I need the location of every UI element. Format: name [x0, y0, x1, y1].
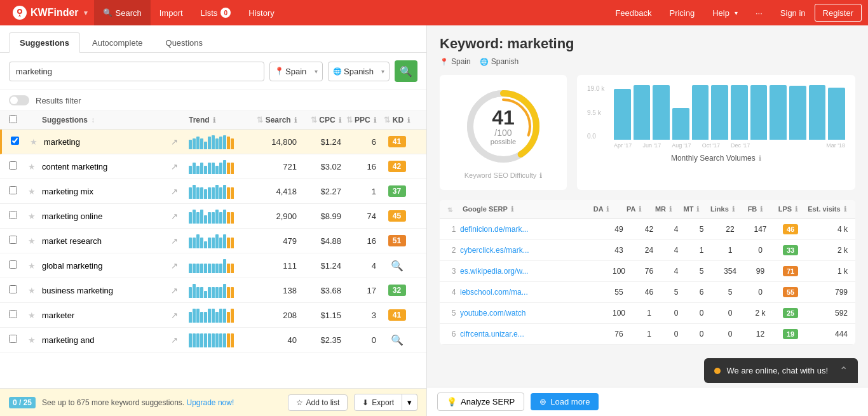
- serp-fb-info-icon[interactable]: ℹ: [760, 205, 763, 213]
- row-arrow-icon[interactable]: ↗: [171, 236, 186, 246]
- nav-feedback[interactable]: Feedback: [606, 0, 660, 25]
- tab-questions[interactable]: Questions: [155, 32, 214, 53]
- row-checkbox[interactable]: [9, 161, 17, 170]
- serp-links-info-icon[interactable]: ℹ: [732, 205, 735, 213]
- serp-visits: 2 k: [806, 246, 848, 255]
- row-checkbox[interactable]: [9, 285, 17, 293]
- filter-toggle[interactable]: [9, 95, 29, 105]
- row-checkbox[interactable]: [11, 137, 19, 145]
- serp-url-link[interactable]: definicion.de/mark...: [460, 225, 528, 234]
- row-arrow-icon[interactable]: ↗: [171, 311, 186, 320]
- serp-mt-info-icon[interactable]: ℹ: [696, 205, 699, 213]
- table-row[interactable]: ★ marketing and ↗ 40 $2.35 0 🔍: [0, 328, 426, 352]
- row-checkbox[interactable]: [9, 186, 17, 194]
- row-checkbox[interactable]: [9, 335, 17, 343]
- row-star-icon[interactable]: ★: [28, 162, 42, 171]
- serp-row[interactable]: 5 youtube.com/watch 100 1 0 0 0 2 k 25 5…: [440, 303, 855, 324]
- table-row[interactable]: ★ content marketing ↗ 721 $3.02 16 42: [0, 154, 426, 179]
- row-checkbox[interactable]: [9, 260, 17, 269]
- tab-autocomplete[interactable]: Autocomplete: [81, 32, 154, 53]
- kd-info-icon[interactable]: ℹ: [407, 116, 410, 124]
- row-star-icon[interactable]: ★: [28, 261, 42, 271]
- search-go-button[interactable]: 🔍: [395, 60, 417, 82]
- row-star-icon[interactable]: ★: [28, 187, 42, 196]
- serp-row[interactable]: 6 cifrcenta.unizar.e... 76 1 0 0 0 12 19…: [440, 324, 855, 345]
- nav-register[interactable]: Register: [815, 4, 862, 22]
- left-panel: Suggestions Autocomplete Questions 📍 Spa…: [0, 25, 427, 416]
- logo-dropdown[interactable]: ▾: [84, 9, 88, 17]
- serp-mr-info-icon[interactable]: ℹ: [669, 205, 672, 213]
- row-star-icon[interactable]: ★: [28, 335, 42, 345]
- keyword-table: Suggestions ↕ Trend ℹ ⇅ Search ℹ ⇅ CPC ℹ: [0, 111, 426, 388]
- table-row[interactable]: ★ business marketing ↗ 138 $3.68 17 32: [0, 278, 426, 303]
- location-select[interactable]: Spain: [269, 62, 323, 81]
- serp-da-info-icon[interactable]: ℹ: [606, 205, 609, 213]
- table-row[interactable]: ★ marketing online ↗ 2,900 $8.99 74 45: [0, 204, 426, 229]
- row-checkbox[interactable]: [9, 211, 17, 219]
- nav-more[interactable]: ···: [747, 0, 771, 25]
- serp-row[interactable]: 4 iebschool.com/ma... 55 46 5 6 5 0 55 7…: [440, 282, 855, 303]
- table-row[interactable]: ★ global marketing ↗ 111 $1.24 4 🔍: [0, 253, 426, 278]
- nav-search[interactable]: 🔍 Search: [94, 0, 151, 25]
- row-arrow-icon[interactable]: ↗: [171, 211, 186, 221]
- row-arrow-icon[interactable]: ↗: [171, 335, 186, 345]
- table-row[interactable]: ★ marketing ↗ 14,800 $1.24 6 41: [0, 130, 426, 154]
- row-arrow-icon[interactable]: ↗: [171, 261, 186, 271]
- chat-widget[interactable]: We are online, chat with us! ⌃: [704, 358, 858, 383]
- nav-import[interactable]: Import: [151, 0, 192, 25]
- serp-lps: 19: [775, 329, 806, 339]
- table-row[interactable]: ★ market research ↗ 479 $4.88 16 51: [0, 229, 426, 253]
- trend-info-icon[interactable]: ℹ: [213, 116, 215, 124]
- language-select[interactable]: Spanish: [328, 62, 390, 81]
- serp-url-link[interactable]: iebschool.com/ma...: [460, 288, 528, 297]
- export-caret-button[interactable]: ▾: [402, 394, 417, 411]
- nav-signin[interactable]: Sign in: [771, 0, 815, 25]
- row-star-icon[interactable]: ★: [28, 236, 42, 246]
- row-star-icon[interactable]: ★: [28, 286, 42, 295]
- row-checkbox[interactable]: [9, 236, 17, 244]
- serp-google-info-icon[interactable]: ℹ: [511, 205, 513, 213]
- row-arrow-icon[interactable]: ↗: [171, 137, 186, 147]
- serp-lps-info-icon[interactable]: ℹ: [795, 205, 797, 213]
- serp-row[interactable]: 2 cyberclick.es/mark... 43 24 4 1 1 0 33…: [440, 240, 855, 261]
- export-button[interactable]: ⬇ Export: [354, 394, 402, 411]
- col-header-kd: ⇅ KD ℹ: [376, 116, 417, 124]
- keyword-title: Keyword: marketing: [440, 36, 855, 52]
- serp-visits: 799: [806, 288, 848, 297]
- select-all-checkbox[interactable]: [9, 115, 17, 123]
- nav-history[interactable]: History: [240, 0, 283, 25]
- serp-row[interactable]: 1 definicion.de/mark... 49 42 4 5 22 147…: [440, 219, 855, 240]
- row-star-icon[interactable]: ★: [28, 311, 42, 320]
- nav-help[interactable]: Help ▾: [703, 0, 747, 25]
- chart-info-icon[interactable]: ℹ: [759, 154, 761, 162]
- keyword-input[interactable]: [9, 62, 264, 81]
- upgrade-link[interactable]: Upgrade now!: [187, 398, 234, 407]
- y-axis: 19.0 k 9.5 k 0.0: [587, 85, 604, 140]
- load-more-button[interactable]: ⊕ Load more: [531, 393, 599, 410]
- table-row[interactable]: ★ marketing mix ↗ 4,418 $2.27 1 37: [0, 179, 426, 204]
- tab-suggestions[interactable]: Suggestions: [9, 32, 80, 53]
- table-row[interactable]: ★ marketer ↗ 208 $1.15 3 41: [0, 303, 426, 328]
- serp-row[interactable]: 3 es.wikipedia.org/w... 100 76 4 5 354 9…: [440, 261, 855, 282]
- row-star-icon[interactable]: ★: [30, 137, 44, 147]
- serp-url-link[interactable]: es.wikipedia.org/w...: [460, 267, 528, 276]
- analyze-serp-button[interactable]: 💡 Analyze SERP: [437, 393, 524, 411]
- row-arrow-icon[interactable]: ↗: [171, 162, 186, 171]
- serp-pa-info-icon[interactable]: ℹ: [639, 205, 641, 213]
- suggestions-sort-icon[interactable]: ↕: [91, 116, 95, 124]
- add-to-list-button[interactable]: ☆ Add to list: [288, 394, 348, 411]
- serp-visits-info-icon[interactable]: ℹ: [844, 205, 846, 213]
- gauge-info-icon[interactable]: ℹ: [539, 171, 542, 179]
- bar-col: [634, 85, 651, 140]
- row-arrow-icon[interactable]: ↗: [171, 187, 186, 196]
- nav-lists[interactable]: Lists 0: [192, 0, 240, 25]
- nav-pricing[interactable]: Pricing: [660, 0, 703, 25]
- serp-url-link[interactable]: youtube.com/watch: [460, 309, 526, 318]
- row-arrow-icon[interactable]: ↗: [171, 286, 186, 295]
- serp-url-link[interactable]: cyberclick.es/mark...: [460, 246, 529, 255]
- row-star-icon[interactable]: ★: [28, 211, 42, 221]
- serp-url-link[interactable]: cifrcenta.unizar.e...: [460, 330, 524, 339]
- row-checkbox[interactable]: [9, 310, 17, 318]
- logo[interactable]: KWFinder ▾: [6, 6, 94, 20]
- chat-close-icon[interactable]: ⌃: [839, 365, 848, 377]
